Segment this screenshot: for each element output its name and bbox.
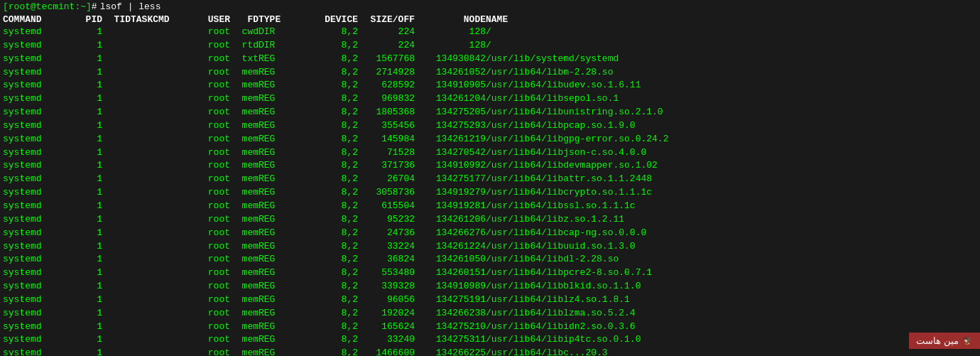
cell: systemd <box>3 66 60 80</box>
cell: /usr/lib/systemd/systemd <box>486 53 977 66</box>
cell: 33240 <box>358 333 415 347</box>
table-row: systemd1rootmemREG8,271528134270542/usr/… <box>3 146 977 160</box>
cell: REG <box>258 213 301 227</box>
cell: systemd <box>3 253 60 266</box>
cell: mem <box>230 66 258 80</box>
cell: systemd <box>3 320 60 334</box>
cell: root <box>187 200 230 213</box>
cell: REG <box>258 53 301 66</box>
table-row: systemd1rootmemREG8,296056134275191/usr/… <box>3 293 977 307</box>
cell: REG <box>258 240 301 254</box>
cell: REG <box>258 307 301 320</box>
cell: mem <box>230 159 258 173</box>
cell: root <box>187 173 230 186</box>
cell: REG <box>258 320 301 334</box>
col-device: DEVICE <box>301 14 358 25</box>
cell: REG <box>258 66 301 80</box>
cell: 1 <box>60 227 102 240</box>
cell: 1 <box>60 200 102 213</box>
cell: 134266276 <box>415 227 486 240</box>
cell: mem <box>230 79 258 92</box>
cell: 8,2 <box>301 79 358 92</box>
cell: mem <box>230 200 258 213</box>
cell: 1 <box>60 119 102 133</box>
cell: 224 <box>358 39 415 53</box>
cell: 134266225 <box>415 347 486 356</box>
cell: 1 <box>60 106 102 119</box>
table-row: systemd1rootmemREG8,21805368134275205/us… <box>3 106 977 119</box>
cell: mem <box>230 240 258 254</box>
cell: 71528 <box>358 146 415 160</box>
cell: /usr/lib64/libcrypto.so.1.1.1c <box>486 186 977 200</box>
watermark-icon: 🦅 <box>963 336 973 345</box>
cell: mem <box>230 213 258 227</box>
cell: 134275191 <box>415 293 486 307</box>
table-row: systemd1rootmemREG8,21466600134266225/us… <box>3 347 977 356</box>
cell: 1 <box>60 66 102 80</box>
col-sizeoff: SIZE/OFF <box>358 14 415 25</box>
cell: 96056 <box>358 293 415 307</box>
cell: systemd <box>3 53 60 66</box>
cell: REG <box>258 293 301 307</box>
cell: 134270542 <box>415 146 486 160</box>
cell: /usr/lib64/libdevmapper.so.1.02 <box>486 159 977 173</box>
cell <box>102 133 131 146</box>
cell <box>131 106 187 119</box>
cell: /usr/lib64/libpcre2-8.so.0.7.1 <box>486 266 977 280</box>
cell: REG <box>258 186 301 200</box>
cell: 339328 <box>358 280 415 293</box>
cell: 1 <box>60 53 102 66</box>
cell <box>102 173 131 186</box>
cell: mem <box>230 266 258 280</box>
table-row: systemd1rootrtdDIR8,2224128/ <box>3 39 977 53</box>
cell: systemd <box>3 200 60 213</box>
cell <box>102 293 131 307</box>
cell: 1 <box>60 79 102 92</box>
cell: 1 <box>60 92 102 106</box>
cell: /usr/lib64/liblzma.so.5.2.4 <box>486 307 977 320</box>
cell: 8,2 <box>301 333 358 347</box>
cell: root <box>187 133 230 146</box>
col-command: COMMAND <box>3 14 60 25</box>
table-row: systemd1rootmemREG8,2553480134260151/usr… <box>3 266 977 280</box>
cell: 1 <box>60 307 102 320</box>
cell <box>102 146 131 160</box>
cell: 8,2 <box>301 106 358 119</box>
table-row: systemd1rootmemREG8,226704134275177/usr/… <box>3 173 977 186</box>
cell: 1 <box>60 253 102 266</box>
cell: 134275293 <box>415 119 486 133</box>
cell: 2714928 <box>358 66 415 80</box>
cell: 8,2 <box>301 119 358 133</box>
table-row: systemd1rootmemREG8,2355456134275293/usr… <box>3 119 977 133</box>
cell: mem <box>230 253 258 266</box>
cell: 134275205 <box>415 106 486 119</box>
cell: 134261219 <box>415 133 486 146</box>
cell: mem <box>230 347 258 356</box>
cell: 8,2 <box>301 173 358 186</box>
cell: systemd <box>3 173 60 186</box>
cell <box>102 253 131 266</box>
cell <box>131 293 187 307</box>
cell: REG <box>258 280 301 293</box>
cell: systemd <box>3 26 60 39</box>
cell: systemd <box>3 146 60 160</box>
cell: REG <box>258 200 301 213</box>
cell: root <box>187 186 230 200</box>
table-row: systemd1rootcwdDIR8,2224128/ <box>3 26 977 39</box>
cell: mem <box>230 186 258 200</box>
cell: systemd <box>3 106 60 119</box>
col-pid: PID <box>60 14 102 25</box>
cell: 128 <box>415 39 486 53</box>
cell: 1 <box>60 173 102 186</box>
cell: mem <box>230 227 258 240</box>
cell: /usr/lib64/libuuid.so.1.3.0 <box>486 240 977 254</box>
cell: 969832 <box>358 92 415 106</box>
cell: root <box>187 53 230 66</box>
table-row: systemd1rootmemREG8,2192024134266238/usr… <box>3 307 977 320</box>
table-row: systemd1rootmemREG8,2628592134910905/usr… <box>3 79 977 92</box>
cell <box>102 66 131 80</box>
cell: 134275311 <box>415 333 486 347</box>
cell: 134910905 <box>415 79 486 92</box>
cell: 1567768 <box>358 53 415 66</box>
cell: 8,2 <box>301 53 358 66</box>
